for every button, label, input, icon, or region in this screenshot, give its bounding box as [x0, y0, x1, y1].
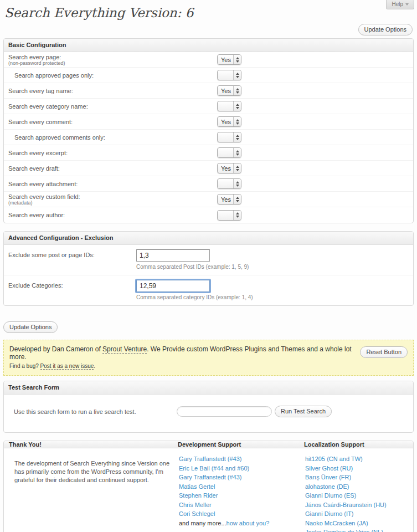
- setting-label-group: Search every page: (non-password protect…: [8, 54, 217, 66]
- basic-configuration-box: Basic Configuration Search every page: (…: [3, 38, 414, 223]
- arrow-down-icon: [236, 154, 239, 156]
- setting-label: Search every comment:: [8, 119, 217, 125]
- exclusion-helper-text: Comma separated category IDs (example: 1…: [136, 294, 253, 300]
- support-list-item: Stephen Rider: [179, 491, 304, 500]
- support-link[interactable]: Matias Gertel: [179, 483, 215, 490]
- support-link[interactable]: Silver Ghost (RU): [305, 465, 353, 472]
- arrow-up-icon: [236, 57, 239, 59]
- yes-no-select[interactable]: [217, 178, 241, 189]
- exclusion-field-group: Comma separated Post IDs (example: 1, 5,…: [136, 249, 249, 270]
- select-value: [218, 211, 233, 220]
- yes-no-select[interactable]: [217, 147, 241, 158]
- run-test-search-button[interactable]: Run Test Search: [275, 406, 332, 417]
- config-row: Search every author:: [4, 207, 413, 223]
- setting-label-group: Search approved comments only:: [8, 134, 217, 141]
- config-row: Search approved pages only:: [4, 68, 413, 83]
- arrow-up-icon: [236, 166, 239, 168]
- post-new-issue-link[interactable]: Post it as a new issue: [40, 363, 94, 370]
- select-arrows-icon: [233, 117, 241, 126]
- exclusion-field-group: Comma separated category IDs (example: 1…: [136, 280, 253, 300]
- thank-you-box: Thank You! Development Support Localizat…: [3, 441, 414, 532]
- support-list-item: Cori Schlegel: [179, 509, 304, 519]
- support-link[interactable]: Gianni Diurno (IT): [305, 510, 353, 517]
- update-options-button-bottom[interactable]: Update Options: [3, 321, 58, 333]
- sprout-venture-link[interactable]: Sprout Venture: [102, 345, 147, 354]
- support-link[interactable]: Joeke-Remkus de Vries (NL): [305, 529, 383, 532]
- how-about-you-link[interactable]: how about you?: [226, 520, 270, 526]
- setting-label-group: Search every author:: [8, 212, 217, 218]
- select-arrows-icon: [233, 132, 241, 142]
- chevron-down-icon: [405, 3, 409, 6]
- arrow-down-icon: [236, 91, 239, 94]
- support-link[interactable]: Naoko McCracken (JA): [305, 520, 368, 526]
- support-list-item: Gary Traffanstedt (#43): [179, 454, 304, 464]
- setting-label-group: Search every tag name:: [8, 88, 217, 94]
- yes-no-select[interactable]: [217, 132, 241, 142]
- select-arrows-icon: [233, 55, 241, 64]
- yes-no-select[interactable]: [217, 70, 241, 80]
- yes-no-select[interactable]: [217, 210, 241, 221]
- notice-line1-prefix: Developed by Dan Cameron of: [9, 345, 102, 353]
- setting-sublabel: (non-password protected): [8, 60, 217, 66]
- arrow-up-icon: [236, 104, 239, 106]
- setting-label: Search every author:: [8, 212, 217, 218]
- setting-sublabel: (metadata): [8, 200, 217, 206]
- support-link[interactable]: Cori Schlegel: [179, 510, 215, 517]
- support-link[interactable]: Eric Le Bail (#44 and #60): [179, 465, 249, 472]
- advanced-configuration-box: Advanced Configuration - Exclusion Exclu…: [3, 231, 414, 306]
- localization-support-column: hit1205 (CN and TW) Silver Ghost (RU) Ba…: [304, 448, 413, 532]
- support-list-item: Silver Ghost (RU): [305, 464, 413, 473]
- select-value: Yes: [218, 163, 233, 173]
- support-link[interactable]: alohastone (DE): [305, 483, 349, 490]
- arrow-down-icon: [236, 76, 239, 78]
- select-arrows-icon: [233, 211, 241, 220]
- help-label: Help: [392, 1, 403, 7]
- development-support-list: Gary Traffanstedt (#43) Eric Le Bail (#4…: [179, 454, 304, 519]
- advanced-configuration-header: Advanced Configuration - Exclusion: [4, 232, 413, 245]
- select-arrows-icon: [233, 70, 241, 80]
- exclusion-row: Exclude some post or page IDs: Comma sep…: [4, 245, 413, 275]
- support-list-item: Gianni Diurno (IT): [305, 509, 413, 519]
- support-list-item: Chris Meller: [179, 500, 304, 510]
- exclusion-input[interactable]: [136, 249, 210, 262]
- advanced-configuration-rows: Exclude some post or page IDs: Comma sep…: [4, 245, 413, 305]
- yes-no-select[interactable]: Yes: [217, 163, 241, 173]
- thank-you-body: The development of Search Everything sin…: [4, 448, 413, 532]
- support-link[interactable]: hit1205 (CN and TW): [305, 456, 363, 462]
- support-link[interactable]: Gianni Diurno (ES): [305, 492, 356, 499]
- reset-button[interactable]: Reset Button: [360, 346, 408, 358]
- localization-support-list: hit1205 (CN and TW) Silver Ghost (RU) Ba…: [305, 454, 413, 532]
- yes-no-select[interactable]: [217, 101, 241, 111]
- config-row: Search every draft: Yes: [4, 161, 413, 176]
- arrow-up-icon: [236, 135, 239, 137]
- yes-no-select[interactable]: Yes: [217, 85, 241, 96]
- help-button[interactable]: Help: [386, 0, 414, 9]
- support-link[interactable]: Stephen Rider: [179, 492, 218, 499]
- top-actions: Update Options: [0, 24, 413, 35]
- select-arrows-icon: [233, 163, 241, 173]
- support-link[interactable]: Barış Ünver (FR): [305, 474, 351, 480]
- support-list-item: János Csárdi-Braunstein (HU): [305, 500, 413, 510]
- arrow-up-icon: [236, 212, 239, 214]
- arrow-down-icon: [236, 138, 239, 140]
- exclusion-input[interactable]: [136, 280, 210, 292]
- support-link[interactable]: János Csárdi-Braunstein (HU): [305, 502, 387, 508]
- config-row: Search every page: (non-password protect…: [4, 52, 413, 68]
- yes-no-select[interactable]: Yes: [217, 194, 241, 204]
- setting-label: Search every custom field:: [8, 193, 217, 200]
- update-options-button-top[interactable]: Update Options: [358, 24, 413, 35]
- select-arrows-icon: [233, 179, 241, 188]
- yes-no-select[interactable]: Yes: [217, 116, 241, 127]
- yes-no-select[interactable]: Yes: [217, 54, 241, 65]
- support-link[interactable]: Chris Meller: [179, 502, 212, 508]
- support-link[interactable]: Gary Traffanstedt (#43): [179, 456, 242, 462]
- thank-you-message: The development of Search Everything sin…: [4, 448, 178, 484]
- exclusion-label: Exclude some post or page IDs:: [8, 249, 136, 270]
- test-search-box: Test Search Form Use this search form to…: [3, 381, 414, 433]
- setting-label-group: Search every category name:: [8, 103, 217, 110]
- support-list-item: Eric Le Bail (#44 and #60): [179, 464, 304, 473]
- test-search-input[interactable]: [177, 406, 272, 417]
- thank-you-header: Thank You! Development Support Localizat…: [4, 441, 413, 448]
- support-link[interactable]: Gary Traffanstedt (#43): [179, 474, 242, 480]
- notice-text-block: Developed by Dan Cameron of Sprout Ventu…: [9, 345, 360, 370]
